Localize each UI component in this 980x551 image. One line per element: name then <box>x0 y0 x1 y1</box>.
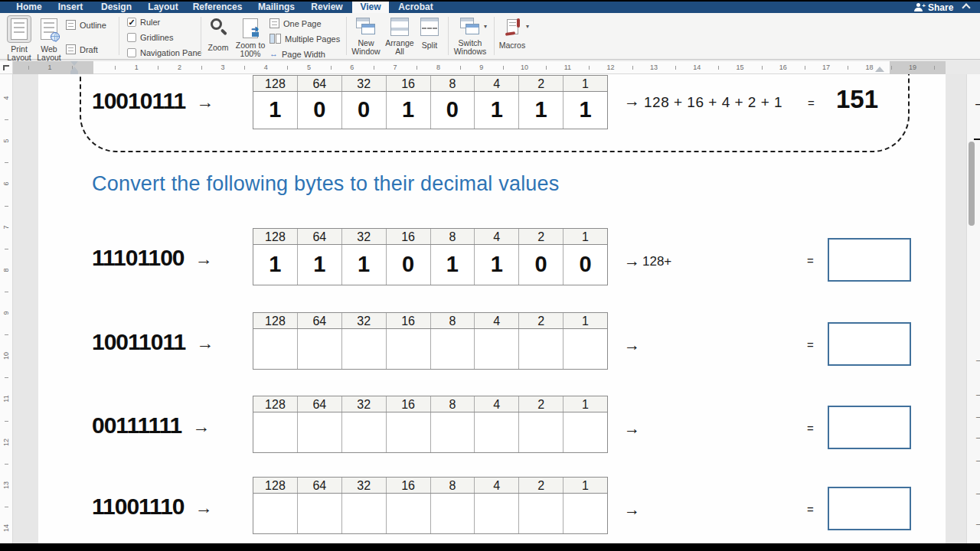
bit-cell[interactable] <box>518 494 563 533</box>
navigation-pane-checkbox[interactable]: Navigation Pane <box>127 48 202 57</box>
ruler-number: 6 <box>350 64 354 71</box>
bit-cell[interactable]: 1 <box>474 92 518 129</box>
place-value-header: 1 <box>563 313 607 328</box>
arrange-all-button[interactable]: Arrange All <box>383 17 416 55</box>
table-header-row: 128 64 32 16 8 4 2 1 <box>253 477 608 494</box>
ruler-number: 19 <box>909 64 916 71</box>
scrollbar-thumb[interactable] <box>969 142 975 226</box>
bit-cell[interactable]: 1 <box>430 245 475 285</box>
vertical-ruler[interactable]: 4567891011121314 <box>0 74 13 543</box>
macros-button[interactable]: ▾ Macros <box>496 17 528 50</box>
bit-cell[interactable]: 0 <box>518 245 563 285</box>
tab-home[interactable]: Home <box>12 2 46 13</box>
zoom-button[interactable]: Zoom <box>204 18 233 52</box>
split-button[interactable]: Split <box>416 17 443 50</box>
place-value-header: 2 <box>518 76 563 91</box>
bit-cell[interactable]: 0 <box>386 245 430 285</box>
answer-box[interactable] <box>828 406 911 449</box>
bit-cell[interactable] <box>474 494 518 533</box>
tab-insert[interactable]: Insert <box>54 2 87 13</box>
ruler-number: 13 <box>650 64 658 71</box>
bit-cell[interactable] <box>474 329 518 369</box>
bit-cell[interactable]: 0 <box>563 245 607 285</box>
ruler-tick <box>5 507 8 507</box>
bit-cell[interactable] <box>297 329 341 369</box>
first-line-indent-marker[interactable] <box>70 61 78 66</box>
tab-references[interactable]: References <box>190 2 245 13</box>
group-divider <box>494 17 495 55</box>
page-width-button[interactable]: ↔ Page Width <box>270 49 325 59</box>
bit-cell[interactable]: 0 <box>341 92 386 129</box>
bit-cell[interactable] <box>297 412 341 452</box>
bit-cell[interactable]: 0 <box>297 92 341 129</box>
bit-cell[interactable] <box>518 329 563 369</box>
tab-acrobat[interactable]: Acrobat <box>395 2 436 13</box>
zoom-100-button[interactable]: ➜ Zoom to 100% <box>233 18 268 57</box>
vertical-scrollbar[interactable] <box>966 74 980 543</box>
bit-cell[interactable]: 1 <box>297 245 341 285</box>
tab-design[interactable]: Design <box>96 2 136 13</box>
bit-cell[interactable] <box>341 412 386 452</box>
place-value-header: 32 <box>341 478 386 493</box>
gridlines-checkbox[interactable]: Gridlines <box>127 33 173 42</box>
draft-button[interactable]: Draft <box>66 44 98 54</box>
collapse-ribbon-icon[interactable] <box>962 3 970 11</box>
bit-cell[interactable] <box>518 412 563 452</box>
bit-cell[interactable] <box>386 494 430 533</box>
right-indent-marker[interactable] <box>875 67 884 72</box>
bit-cell[interactable] <box>563 494 607 533</box>
ruler-tick <box>158 66 158 70</box>
ruler-corner <box>0 61 13 74</box>
new-window-button[interactable]: New Window <box>349 17 383 55</box>
tab-layout[interactable]: Layout <box>144 2 182 13</box>
tab-mailings[interactable]: Mailings <box>253 2 300 13</box>
bit-cell[interactable] <box>386 412 430 452</box>
equals-sign: = <box>807 338 814 351</box>
bit-cell[interactable] <box>563 329 607 369</box>
print-layout-button[interactable]: Print Layout <box>5 15 34 61</box>
tab-stop-selector-icon[interactable] <box>3 65 9 70</box>
equals-sign: = <box>808 96 815 109</box>
share-button[interactable]: + Share <box>914 2 953 13</box>
bit-cell[interactable] <box>253 329 297 369</box>
bit-cell[interactable]: 1 <box>253 92 297 129</box>
ruler-number: 12 <box>2 436 10 448</box>
bit-cell[interactable] <box>430 494 475 533</box>
bit-cell[interactable] <box>297 494 341 533</box>
bit-cell[interactable] <box>563 412 607 452</box>
horizontal-ruler[interactable]: 123456789101112131415161718119 <box>0 61 980 74</box>
web-layout-button[interactable]: Web Layout <box>34 15 64 61</box>
bit-cell[interactable]: 1 <box>518 92 563 129</box>
ruler-number: 10 <box>521 64 528 71</box>
exercise-binary-value: 11101100 <box>92 245 185 271</box>
bit-cell[interactable]: 1 <box>253 245 297 285</box>
bit-cell[interactable] <box>341 329 386 369</box>
multiple-pages-button[interactable]: Multiple Pages <box>270 34 340 44</box>
ruler-checkbox[interactable]: ✓ Ruler <box>127 18 160 27</box>
bit-cell[interactable]: 1 <box>341 245 386 285</box>
ruler-tick <box>28 66 29 70</box>
bit-cell[interactable] <box>253 412 297 452</box>
bit-cell[interactable] <box>386 329 430 369</box>
bit-cell[interactable]: 0 <box>430 92 475 129</box>
tab-view[interactable]: View <box>352 2 389 13</box>
outline-button[interactable]: Outline <box>66 20 106 30</box>
bit-cell[interactable]: 1 <box>563 92 607 129</box>
switch-windows-button[interactable]: ▾ Switch Windows <box>450 17 490 55</box>
bit-cell[interactable] <box>474 412 518 452</box>
tab-review[interactable]: Review <box>308 2 346 13</box>
document-page[interactable]: 10010111 → 128 64 32 16 8 4 2 1 1 0 0 1 … <box>38 74 946 543</box>
one-page-button[interactable]: One Page <box>270 18 322 28</box>
answer-box[interactable] <box>828 487 911 530</box>
place-value-header: 64 <box>297 396 341 412</box>
bit-cell[interactable] <box>253 494 297 533</box>
bit-cell[interactable]: 1 <box>474 245 518 285</box>
bit-cell[interactable] <box>430 412 475 452</box>
bit-cell[interactable]: 1 <box>386 92 430 129</box>
bit-cell[interactable] <box>430 329 475 369</box>
ruler-tick <box>5 292 8 292</box>
answer-box[interactable] <box>828 322 911 366</box>
answer-box[interactable] <box>828 238 911 282</box>
bit-cell[interactable] <box>341 494 386 533</box>
arrow-icon: → <box>624 336 640 354</box>
